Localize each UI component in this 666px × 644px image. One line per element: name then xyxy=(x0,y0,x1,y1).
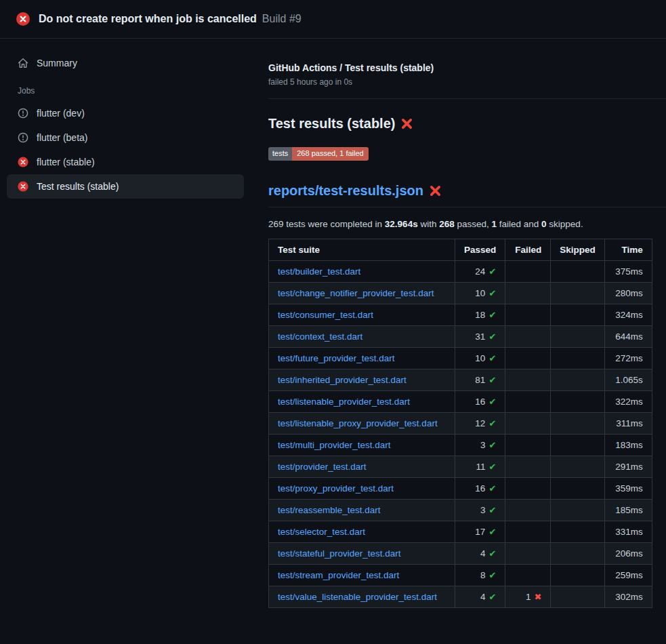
table-row: test/reassemble_test.dart3✔185ms xyxy=(269,500,652,521)
test-suite-link[interactable]: test/stateful_provider_test.dart xyxy=(278,548,401,559)
badge-label: tests xyxy=(268,147,292,161)
skipped-cell xyxy=(551,326,605,348)
table-row: test/provider_test.dart11✔291ms xyxy=(269,456,652,478)
test-suite-cell: test/value_listenable_provider_test.dart xyxy=(269,586,455,608)
table-row: test/future_provider_test.dart10✔272ms xyxy=(269,348,652,369)
test-suite-link[interactable]: test/change_notifier_provider_test.dart xyxy=(278,288,434,298)
sidebar-item-label: Test results (stable) xyxy=(37,181,119,192)
time-cell: 331ms xyxy=(604,521,652,543)
test-suite-cell: test/change_notifier_provider_test.dart xyxy=(269,283,455,304)
check-icon: ✔ xyxy=(488,483,496,494)
sidebar-item-flutter-dev[interactable]: flutter (dev) xyxy=(7,101,244,125)
test-suite-link[interactable]: test/selector_test.dart xyxy=(278,527,365,537)
test-results-table: Test suite Passed Failed Skipped Time te… xyxy=(268,239,652,608)
check-icon: ✔ xyxy=(488,548,496,559)
time-cell: 1.065s xyxy=(604,369,652,391)
passed-cell: 8✔ xyxy=(455,565,505,586)
sidebar-item-test-results-stable[interactable]: Test results (stable) xyxy=(7,174,244,199)
failed-cell xyxy=(505,391,551,413)
sidebar-item-label: flutter (stable) xyxy=(37,157,95,167)
time-cell: 185ms xyxy=(604,500,652,521)
summary-segment: 0 xyxy=(541,219,547,229)
test-suite-link[interactable]: test/context_test.dart xyxy=(278,331,362,342)
build-number: Build #9 xyxy=(262,13,301,25)
test-suite-link[interactable]: test/stream_provider_test.dart xyxy=(278,570,399,580)
passed-cell: 31✔ xyxy=(455,326,505,348)
test-suite-link[interactable]: test/multi_provider_test.dart xyxy=(278,440,391,450)
section-title: Test results (stable) xyxy=(268,116,666,132)
test-suite-cell: test/context_test.dart xyxy=(269,326,455,348)
table-row: test/selector_test.dart17✔331ms xyxy=(269,521,652,543)
time-cell: 291ms xyxy=(604,456,652,478)
summary-segment: with xyxy=(418,219,440,229)
check-icon: ✔ xyxy=(488,462,496,472)
report-file-link[interactable]: reports/test-results.json xyxy=(268,183,423,199)
test-suite-link[interactable]: test/future_provider_test.dart xyxy=(278,353,395,363)
failed-cell xyxy=(505,521,551,543)
test-suite-cell: test/inherited_provider_test.dart xyxy=(269,369,455,391)
report-title: reports/test-results.json xyxy=(268,183,666,207)
check-icon: ✔ xyxy=(488,592,496,602)
failed-cell xyxy=(505,283,551,304)
failed-cell xyxy=(505,500,551,521)
table-row: test/stream_provider_test.dart8✔259ms xyxy=(269,565,652,586)
test-suite-link[interactable]: test/listenable_proxy_provider_test.dart xyxy=(278,418,438,428)
time-cell: 324ms xyxy=(604,304,652,326)
test-suite-link[interactable]: test/inherited_provider_test.dart xyxy=(278,375,407,385)
sidebar-item-label: Summary xyxy=(37,58,77,68)
time-cell: 375ms xyxy=(604,261,652,283)
passed-cell: 81✔ xyxy=(455,369,505,391)
neutral-status-icon xyxy=(18,108,28,119)
time-cell: 206ms xyxy=(604,543,652,565)
failed-cell xyxy=(505,326,551,348)
failed-status-icon xyxy=(18,181,28,192)
summary-segment: 268 xyxy=(439,219,455,229)
passed-cell: 3✔ xyxy=(455,500,505,521)
time-cell: 359ms xyxy=(604,478,652,500)
failed-cell xyxy=(505,456,551,478)
column-header-passed: Passed xyxy=(455,239,505,261)
check-icon: ✔ xyxy=(488,331,496,342)
check-icon: ✔ xyxy=(488,570,496,580)
sidebar-item-label: flutter (beta) xyxy=(37,132,87,143)
divider xyxy=(268,98,666,99)
column-header-failed: Failed xyxy=(505,239,551,261)
test-suite-cell: test/proxy_provider_test.dart xyxy=(269,478,455,500)
table-row: test/context_test.dart31✔644ms xyxy=(269,326,652,348)
check-icon: ✔ xyxy=(488,527,496,537)
test-suite-link[interactable]: test/listenable_provider_test.dart xyxy=(278,397,410,407)
sidebar-item-label: flutter (dev) xyxy=(37,108,85,119)
table-row: test/proxy_provider_test.dart16✔359ms xyxy=(269,478,652,500)
test-suite-link[interactable]: test/proxy_provider_test.dart xyxy=(278,483,394,494)
check-icon: ✔ xyxy=(488,505,496,515)
main-content: GitHub Actions / Test results (stable) f… xyxy=(251,39,666,608)
check-icon: ✔ xyxy=(488,266,496,277)
time-cell: 280ms xyxy=(604,283,652,304)
passed-cell: 24✔ xyxy=(455,261,505,283)
check-icon: ✔ xyxy=(488,288,496,298)
sidebar-item-summary[interactable]: Summary xyxy=(7,51,244,75)
skipped-cell xyxy=(551,391,605,413)
failed-cell: 1✖ xyxy=(505,586,551,608)
summary-segment: 1 xyxy=(492,219,497,229)
test-suite-cell: test/stateful_provider_test.dart xyxy=(269,543,455,565)
test-suite-cell: test/consumer_test.dart xyxy=(269,304,455,326)
test-suite-link[interactable]: test/builder_test.dart xyxy=(278,266,360,277)
test-suite-link[interactable]: test/consumer_test.dart xyxy=(278,310,373,320)
test-suite-cell: test/listenable_proxy_provider_test.dart xyxy=(269,413,455,435)
test-suite-cell: test/listenable_provider_test.dart xyxy=(269,391,455,413)
skipped-cell xyxy=(551,586,605,608)
sidebar-item-flutter-beta[interactable]: flutter (beta) xyxy=(7,125,244,150)
test-suite-link[interactable]: test/provider_test.dart xyxy=(278,462,367,472)
table-header-row: Test suite Passed Failed Skipped Time xyxy=(269,239,652,261)
failed-x-icon xyxy=(430,185,441,197)
passed-cell: 18✔ xyxy=(455,304,505,326)
test-suite-cell: test/provider_test.dart xyxy=(269,456,455,478)
check-icon: ✔ xyxy=(488,440,496,450)
failed-cell xyxy=(505,348,551,369)
run-status-line: failed 5 hours ago in 0s xyxy=(268,77,666,87)
test-suite-link[interactable]: test/value_listenable_provider_test.dart xyxy=(278,592,437,602)
test-suite-link[interactable]: test/reassemble_test.dart xyxy=(278,505,381,515)
sidebar-item-flutter-stable[interactable]: flutter (stable) xyxy=(7,150,244,174)
check-icon: ✔ xyxy=(488,397,496,407)
